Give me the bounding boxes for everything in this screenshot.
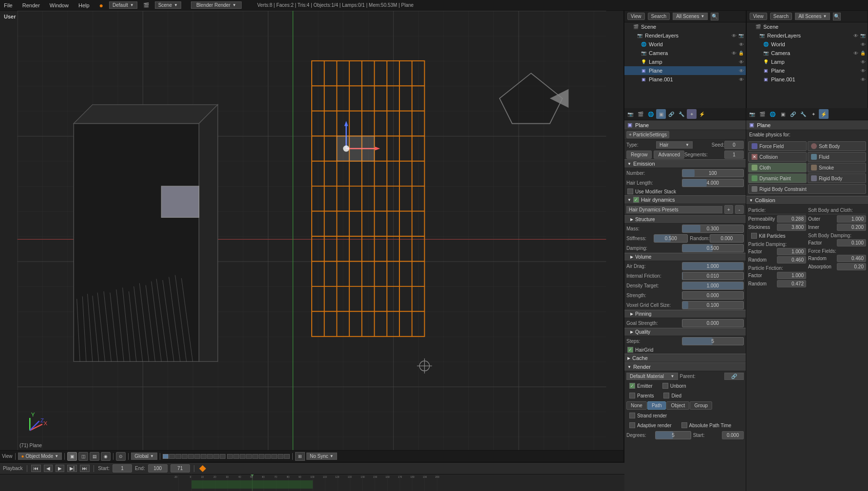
layer-15[interactable]: [252, 454, 258, 459]
volume-section[interactable]: ▶ Volume: [624, 253, 746, 261]
world-icon-btn[interactable]: 🌐: [646, 109, 656, 119]
inner-field[interactable]: 0.200: [837, 224, 866, 231]
object-icon-btn[interactable]: ▣: [656, 109, 666, 119]
scene-icon-btn[interactable]: 🎬: [636, 109, 645, 119]
seed-field[interactable]: 0: [724, 141, 744, 149]
renderlayers2-eye[interactable]: 👁: [853, 33, 858, 38]
renderlayers-item[interactable]: 📷 RenderLayers 👁 📷: [624, 31, 746, 40]
scenes-dropdown[interactable]: All Scenes ▼: [673, 13, 708, 20]
search-btn[interactable]: Search: [648, 13, 670, 20]
rigid-body-btn[interactable]: Rigid Body: [808, 173, 866, 183]
pf-random-field[interactable]: 0.472: [777, 280, 806, 287]
stickiness-field[interactable]: 3.800: [777, 224, 806, 231]
layer-14[interactable]: [246, 454, 252, 459]
plane001-item[interactable]: ▣ Plane.001 👁: [624, 75, 746, 84]
prev-frame-btn[interactable]: ◀: [44, 465, 53, 472]
world2-eye[interactable]: 👁: [861, 42, 866, 47]
camera-item[interactable]: 📷 Camera 👁 🔒: [624, 49, 746, 57]
render-icon-btn[interactable]: 📷: [625, 109, 635, 119]
plane2-item[interactable]: ▣ Plane 👁: [747, 66, 868, 75]
next-frame-btn[interactable]: ▶|: [67, 465, 77, 472]
renderlayers-cam[interactable]: 📷: [738, 33, 744, 38]
number-field[interactable]: 100: [682, 169, 744, 177]
end-frame-field[interactable]: 100: [148, 464, 168, 472]
path-tab[interactable]: Path: [647, 401, 666, 410]
workspace-selector[interactable]: Default ▼: [109, 1, 137, 9]
structure-section[interactable]: ▶ Structure: [624, 215, 746, 224]
emitter-check[interactable]: ✓: [629, 383, 635, 389]
layer-19[interactable]: [278, 454, 283, 459]
phys-obj-btn[interactable]: ▣: [778, 109, 788, 119]
renderlayers2-cam[interactable]: 📷: [860, 33, 866, 38]
snap-btn[interactable]: ⊞: [295, 452, 305, 461]
particle-icon-btn[interactable]: ✦: [687, 109, 697, 119]
outliner-search[interactable]: 🔍: [711, 13, 718, 20]
degrees-field[interactable]: 5: [655, 431, 691, 439]
cloth-btn[interactable]: Cloth: [748, 163, 807, 172]
layer-10[interactable]: [220, 454, 226, 459]
hair-dynamics-section[interactable]: ▼ ✓ Hair dynamics: [624, 195, 746, 204]
pf-factor-field[interactable]: 1.000: [777, 272, 806, 279]
layer-20[interactable]: [284, 454, 290, 459]
texture-shading-btn[interactable]: ▤: [90, 452, 99, 461]
hair-length-field[interactable]: 4.000: [682, 179, 744, 187]
strand-check[interactable]: [629, 413, 635, 418]
phys-world-btn[interactable]: 🌐: [768, 109, 777, 119]
modifier-stack-check[interactable]: [627, 189, 633, 194]
lamp2-item[interactable]: 💡 Lamp 👁: [747, 57, 868, 66]
layer-17[interactable]: [265, 454, 271, 459]
start-field-r[interactable]: 0.000: [722, 431, 744, 439]
layer-18[interactable]: [271, 454, 277, 459]
camera2-item[interactable]: 📷 Camera 👁 🔒: [747, 49, 868, 57]
smoke-btn[interactable]: Smoke: [808, 163, 866, 172]
material-selector[interactable]: Default Material ▼: [626, 373, 678, 380]
emission-section[interactable]: ▼ Emission: [624, 159, 746, 168]
scenes-dropdown2[interactable]: All Scenes ▼: [795, 13, 830, 20]
fluid-btn[interactable]: Fluid: [808, 152, 866, 162]
jump-start-btn[interactable]: ⏮: [31, 465, 41, 472]
layer-2[interactable]: [169, 454, 175, 459]
particle-add-btn[interactable]: + ParticleSettings: [626, 131, 669, 138]
viewport[interactable]: User Ortho: [0, 11, 624, 462]
layer-6[interactable]: [194, 454, 200, 459]
plane001-2-eye[interactable]: 👁: [861, 77, 866, 82]
layer-3[interactable]: [175, 454, 181, 459]
plane001-2-item[interactable]: ▣ Plane.001 👁: [747, 75, 868, 84]
parent-selector[interactable]: 🔗: [724, 373, 744, 380]
air-drag-field[interactable]: 1.000: [682, 262, 744, 270]
steps-field[interactable]: 5: [682, 337, 744, 345]
layer-7[interactable]: [201, 454, 207, 459]
parents-check[interactable]: [629, 393, 635, 398]
constraint-icon-btn[interactable]: 🔗: [666, 109, 676, 119]
pd-factor-field[interactable]: 1.000: [777, 248, 806, 255]
search-btn2[interactable]: Search: [770, 13, 793, 20]
collision-section-title[interactable]: ▼ Collision: [746, 196, 868, 205]
unborn-check[interactable]: [662, 383, 668, 389]
phys-physics-btn[interactable]: ⚡: [819, 109, 829, 119]
density-target-field[interactable]: 1.000: [682, 282, 744, 290]
physics-icon-btn[interactable]: ⚡: [697, 109, 707, 119]
phys-render-btn[interactable]: 📷: [747, 109, 757, 119]
sb-factor-field[interactable]: 0.100: [837, 239, 866, 246]
help-menu[interactable]: Help: [76, 2, 92, 8]
pd-random-field[interactable]: 0.460: [777, 256, 806, 264]
hair-dynamics-check[interactable]: ✓: [633, 197, 639, 203]
phys-scene-btn[interactable]: 🎬: [757, 109, 767, 119]
phys-constraint-btn[interactable]: 🔗: [788, 109, 798, 119]
lamp2-eye[interactable]: 👁: [861, 59, 866, 65]
lamp-item[interactable]: 💡 Lamp 👁: [624, 57, 746, 66]
voxel-field[interactable]: 0.100: [682, 301, 744, 309]
solid-shading-btn[interactable]: ▣: [67, 452, 77, 461]
renderlayers-eye[interactable]: 👁: [732, 33, 736, 38]
permeability-field[interactable]: 0.288: [777, 215, 806, 223]
hairgrid-check[interactable]: ✓: [627, 347, 633, 353]
timeline-body[interactable]: -20 0 10 20 30 40 50 60: [0, 474, 624, 491]
object-tab[interactable]: Object: [666, 401, 689, 410]
presets-del-btn[interactable]: -: [735, 205, 744, 214]
type-selector[interactable]: Hair ▼: [656, 141, 693, 149]
segments-field[interactable]: 1: [724, 151, 744, 159]
view-btn[interactable]: View: [627, 13, 645, 20]
layer-12[interactable]: [233, 454, 239, 459]
damping-field[interactable]: 0.500: [682, 244, 744, 252]
play-btn[interactable]: ▶: [56, 465, 64, 472]
